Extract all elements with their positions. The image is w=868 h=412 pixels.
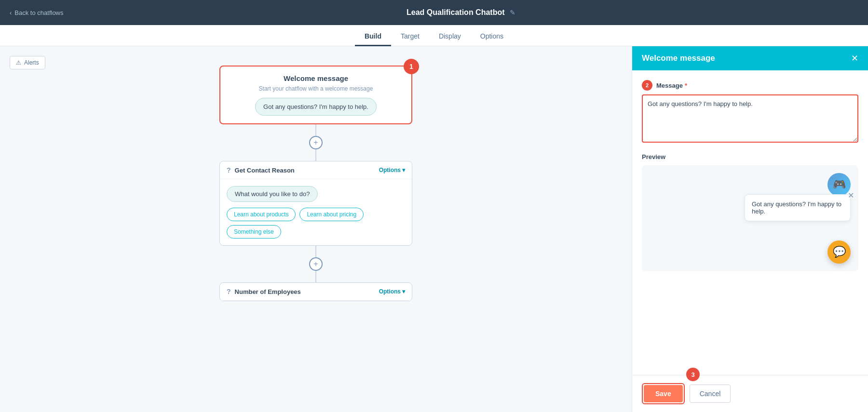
add-node-button-1[interactable]: + (309, 136, 323, 149)
chevron-down-icon-2: ▾ (402, 288, 405, 295)
contact-reason-header-left: ? Get Contact Reason (227, 166, 295, 174)
back-arrow-icon: ‹ (10, 9, 12, 16)
page-title: Lead Qualification Chatbot (407, 8, 505, 17)
preview-chat-icon: 💬 (827, 240, 851, 264)
connector-2: + (309, 246, 323, 282)
panel-body: 2 Message * Preview 🎮 ✕ Got any question… (632, 70, 868, 375)
question-icon: ? (227, 166, 231, 174)
chevron-down-icon: ▾ (402, 167, 405, 173)
save-button-wrapper: Save (642, 383, 685, 404)
message-field-label: 2 Message * (642, 80, 858, 91)
choice-btn-0[interactable]: Learn about products (227, 208, 296, 221)
number-node-title: Number of Employees (235, 288, 301, 295)
connector-line-2 (315, 149, 316, 161)
tab-options[interactable]: Options (471, 27, 513, 46)
add-node-button-2[interactable]: + (309, 257, 323, 271)
welcome-node-title: Welcome message (228, 74, 404, 82)
choice-buttons: Learn about products Learn about pricing… (227, 208, 405, 239)
top-nav: ‹ Back to chatflows Lead Qualification C… (0, 0, 868, 25)
welcome-node[interactable]: 1 Welcome message Start your chatflow wi… (219, 66, 412, 124)
step-badge-1: 1 (404, 59, 419, 74)
number-node-header-left: ? Number of Employees (227, 288, 301, 295)
contact-reason-header: ? Get Contact Reason Options ▾ (220, 161, 412, 179)
number-node-options-link[interactable]: Options ▾ (379, 288, 405, 295)
tab-display[interactable]: Display (429, 27, 471, 46)
connector-line-1 (315, 124, 316, 136)
choice-btn-1[interactable]: Learn about pricing (299, 208, 364, 221)
edit-title-icon[interactable]: ✎ (510, 9, 515, 16)
preview-avatar: 🎮 (827, 173, 851, 196)
panel-close-button[interactable]: ✕ (851, 53, 858, 64)
required-marker: * (685, 82, 687, 89)
cancel-button[interactable]: Cancel (690, 385, 731, 403)
question-bubble: What would you like to do? (227, 186, 318, 202)
number-question-icon: ? (227, 288, 231, 295)
contact-reason-title: Get Contact Reason (235, 167, 295, 174)
nav-center: Lead Qualification Chatbot ✎ (64, 8, 859, 17)
back-label: Back to chatflows (14, 9, 63, 16)
connector-1: + (309, 124, 323, 161)
choice-btn-2[interactable]: Something else (227, 225, 281, 239)
message-textarea[interactable] (642, 94, 858, 143)
alerts-button[interactable]: ⚠ Alerts (10, 56, 45, 69)
contact-reason-body: What would you like to do? Learn about p… (220, 179, 412, 245)
contact-reason-options-link[interactable]: Options ▾ (379, 167, 405, 173)
welcome-chat-bubble: Got any questions? I'm happy to help. (255, 98, 377, 116)
back-to-chatflows-link[interactable]: ‹ Back to chatflows (10, 9, 64, 16)
panel-title: Welcome message (642, 53, 715, 63)
panel-header: Welcome message ✕ (632, 46, 868, 70)
number-node-header: ? Number of Employees Options ▾ (220, 283, 412, 301)
sub-nav: Build Target Display Options (0, 25, 868, 46)
main-layout: ⚠ Alerts 1 Welcome message Start your ch… (0, 46, 868, 412)
save-button[interactable]: Save (644, 385, 683, 402)
tab-build[interactable]: Build (355, 27, 391, 46)
preview-close-icon[interactable]: ✕ (848, 191, 854, 200)
panel-footer: 3 Save Cancel (632, 375, 868, 412)
welcome-node-subtitle: Start your chatflow with a welcome messa… (228, 85, 404, 92)
tab-target[interactable]: Target (391, 27, 429, 46)
right-panel: Welcome message ✕ 2 Message * Preview 🎮 … (632, 46, 868, 412)
number-of-employees-node: ? Number of Employees Options ▾ (219, 282, 412, 301)
contact-reason-node: ? Get Contact Reason Options ▾ What woul… (219, 161, 412, 246)
canvas: ⚠ Alerts 1 Welcome message Start your ch… (0, 46, 632, 412)
alert-icon: ⚠ (16, 59, 21, 66)
connector-line-4 (315, 271, 316, 282)
flow-container: 1 Welcome message Start your chatflow wi… (10, 56, 622, 301)
step-badge-2: 2 (642, 80, 652, 91)
preview-speech-bubble: ✕ Got any questions? I'm happy to help. (745, 194, 851, 221)
connector-line-3 (315, 246, 316, 257)
preview-box: 🎮 ✕ Got any questions? I'm happy to help… (642, 165, 858, 271)
step-badge-3: 3 (686, 368, 700, 381)
preview-label: Preview (642, 153, 858, 160)
